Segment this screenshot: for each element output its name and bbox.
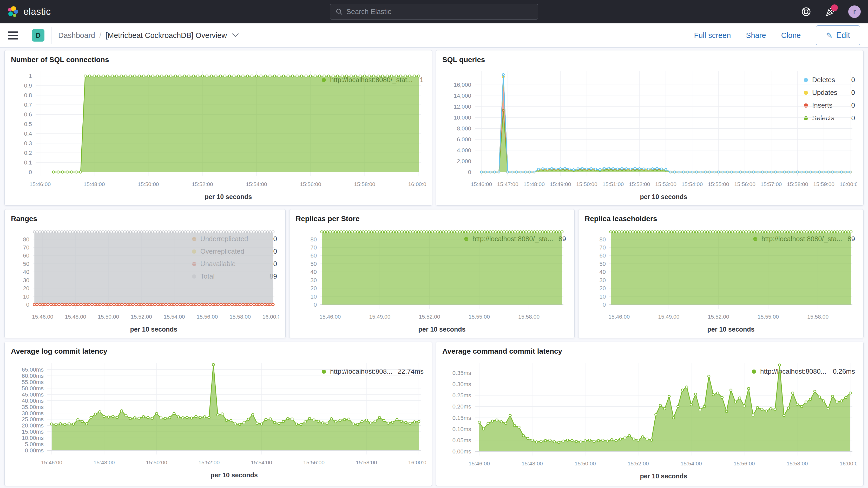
chart-canvas[interactable]: 0.00ms5.00ms10.00ms15.00ms20.00ms25.00ms… xyxy=(11,356,426,481)
svg-text:60: 60 xyxy=(23,252,29,259)
breadcrumb-separator: / xyxy=(99,31,101,40)
panel-title: Average log commit latency xyxy=(11,345,426,356)
chart-ranges[interactable]: 0102030405060708015:46:0015:48:0015:50:0… xyxy=(11,223,192,335)
svg-text:15:51:00: 15:51:00 xyxy=(602,181,624,187)
menu-icon[interactable] xyxy=(8,31,18,39)
svg-text:20: 20 xyxy=(599,285,606,292)
svg-text:15:52:00: 15:52:00 xyxy=(131,314,152,319)
svg-text:60: 60 xyxy=(599,252,606,259)
chevron-down-icon[interactable] xyxy=(232,33,239,37)
svg-text:0.6: 0.6 xyxy=(24,111,32,118)
svg-text:10: 10 xyxy=(310,293,316,300)
svg-text:15:54:00: 15:54:00 xyxy=(681,181,703,187)
svg-text:15:52:00: 15:52:00 xyxy=(629,181,650,187)
chart-canvas[interactable]: 00.10.20.30.40.50.60.70.80.9115:46:0015:… xyxy=(11,64,426,203)
svg-text:15:46:00: 15:46:00 xyxy=(471,181,492,187)
svg-text:15:49:00: 15:49:00 xyxy=(658,314,680,319)
svg-text:0.00ms: 0.00ms xyxy=(453,448,471,455)
share-button[interactable]: Share xyxy=(746,31,766,40)
chart-canvas[interactable]: 0102030405060708015:46:0015:49:0015:52:0… xyxy=(585,223,857,335)
svg-text:0.35ms: 0.35ms xyxy=(453,370,471,376)
clone-button[interactable]: Clone xyxy=(781,31,801,40)
edit-button[interactable]: ✎ Edit xyxy=(816,26,860,45)
x-axis-label: per 10 seconds xyxy=(707,326,754,333)
elastic-logo[interactable]: elastic xyxy=(7,6,51,18)
panel-title: Number of SQL connections xyxy=(11,54,426,64)
chart-sql-connections[interactable]: 00.10.20.30.40.50.60.70.80.9115:46:0015:… xyxy=(11,64,322,203)
svg-text:15:55:00: 15:55:00 xyxy=(469,314,490,319)
pencil-icon: ✎ xyxy=(826,31,832,40)
svg-text:15:46:00: 15:46:00 xyxy=(32,314,53,319)
edit-button-label: Edit xyxy=(836,31,850,40)
svg-text:0.2: 0.2 xyxy=(24,150,32,156)
svg-text:35.00ms: 35.00ms xyxy=(22,404,44,410)
svg-text:10.00ms: 10.00ms xyxy=(22,435,44,441)
svg-text:15:52:00: 15:52:00 xyxy=(192,181,213,187)
svg-text:80: 80 xyxy=(310,236,316,243)
svg-text:15:56:00: 15:56:00 xyxy=(734,181,755,187)
panel-replicas-per-store: Replicas per Store 0102030405060708015:4… xyxy=(289,209,575,338)
panel-title: Replica leaseholders xyxy=(585,213,857,223)
svg-text:15:54:00: 15:54:00 xyxy=(246,181,267,187)
svg-text:2,000: 2,000 xyxy=(457,158,471,164)
svg-text:0: 0 xyxy=(314,301,317,308)
svg-text:80: 80 xyxy=(23,236,29,243)
svg-text:15:48:00: 15:48:00 xyxy=(94,459,115,465)
svg-text:0.00ms: 0.00ms xyxy=(25,447,44,454)
chart-canvas[interactable]: 02,0004,0006,0008,00010,00012,00014,0001… xyxy=(442,64,857,203)
svg-text:15:54:00: 15:54:00 xyxy=(251,459,272,465)
svg-text:0.4: 0.4 xyxy=(24,130,32,137)
full-screen-button[interactable]: Full screen xyxy=(694,31,731,40)
svg-text:0.5: 0.5 xyxy=(24,121,32,127)
chart-avg-log-commit-latency[interactable]: 0.00ms5.00ms10.00ms15.00ms20.00ms25.00ms… xyxy=(11,356,322,483)
svg-text:40: 40 xyxy=(310,269,316,275)
svg-text:60.00ms: 60.00ms xyxy=(22,373,44,379)
svg-text:55.00ms: 55.00ms xyxy=(22,379,44,385)
chart-replica-leaseholders[interactable]: 0102030405060708015:46:0015:49:0015:52:0… xyxy=(585,223,753,335)
chart-avg-command-commit-latency[interactable]: 0.00ms0.05ms0.10ms0.15ms0.20ms0.25ms0.30… xyxy=(442,356,752,483)
svg-text:12,000: 12,000 xyxy=(454,103,471,110)
svg-text:0: 0 xyxy=(468,169,471,175)
chart-canvas[interactable]: 0102030405060708015:46:0015:48:0015:50:0… xyxy=(11,223,279,335)
svg-text:15:54:00: 15:54:00 xyxy=(164,314,185,319)
svg-text:1: 1 xyxy=(29,73,32,79)
svg-text:15:50:00: 15:50:00 xyxy=(146,459,167,465)
svg-text:10,000: 10,000 xyxy=(454,114,471,121)
svg-text:15:46:00: 15:46:00 xyxy=(319,314,341,319)
svg-text:15:48:00: 15:48:00 xyxy=(65,314,86,319)
chart-canvas[interactable]: 0102030405060708015:46:0015:49:0015:52:0… xyxy=(296,223,568,335)
breadcrumb-dashboard[interactable]: Dashboard xyxy=(58,31,95,40)
chart-canvas[interactable]: 0.00ms0.05ms0.10ms0.15ms0.20ms0.25ms0.30… xyxy=(442,356,857,482)
svg-text:15:48:00: 15:48:00 xyxy=(84,181,105,187)
svg-text:15:52:00: 15:52:00 xyxy=(708,314,729,319)
top-header: elastic xyxy=(0,0,868,23)
svg-text:15:58:00: 15:58:00 xyxy=(354,181,375,187)
svg-text:0.8: 0.8 xyxy=(24,92,32,98)
svg-text:15:49:00: 15:49:00 xyxy=(369,314,390,319)
svg-text:50.00ms: 50.00ms xyxy=(22,385,44,392)
dashboard-app-badge[interactable]: D xyxy=(32,29,44,41)
news-icon[interactable] xyxy=(824,6,836,18)
chart-sql-queries[interactable]: 02,0004,0006,0008,00010,00012,00014,0001… xyxy=(442,64,804,203)
avatar[interactable]: r xyxy=(848,5,861,18)
svg-text:0.20ms: 0.20ms xyxy=(453,403,471,410)
dashboard-toolbar: D Dashboard / [Metricbeat CockroachDB] O… xyxy=(0,23,868,48)
svg-text:15:58:00: 15:58:00 xyxy=(356,459,377,465)
svg-text:25.00ms: 25.00ms xyxy=(22,416,44,423)
svg-text:15:57:00: 15:57:00 xyxy=(761,181,782,187)
svg-text:16:00:00: 16:00:00 xyxy=(840,181,857,187)
x-axis-label: per 10 seconds xyxy=(640,193,687,200)
svg-text:16:00:00: 16:00:00 xyxy=(262,314,279,319)
svg-text:30: 30 xyxy=(599,277,606,283)
search-input[interactable] xyxy=(346,8,538,16)
svg-text:15:52:00: 15:52:00 xyxy=(419,314,440,319)
chart-replicas-per-store[interactable]: 0102030405060708015:46:0015:49:0015:52:0… xyxy=(296,223,464,335)
svg-text:15:58:00: 15:58:00 xyxy=(518,314,539,319)
svg-text:15:47:00: 15:47:00 xyxy=(497,181,519,187)
svg-text:0.9: 0.9 xyxy=(24,82,32,89)
svg-text:0.3: 0.3 xyxy=(24,140,32,147)
svg-text:30: 30 xyxy=(23,277,29,283)
help-icon[interactable] xyxy=(800,6,812,18)
svg-text:15.00ms: 15.00ms xyxy=(22,428,44,435)
global-search[interactable] xyxy=(330,4,538,20)
